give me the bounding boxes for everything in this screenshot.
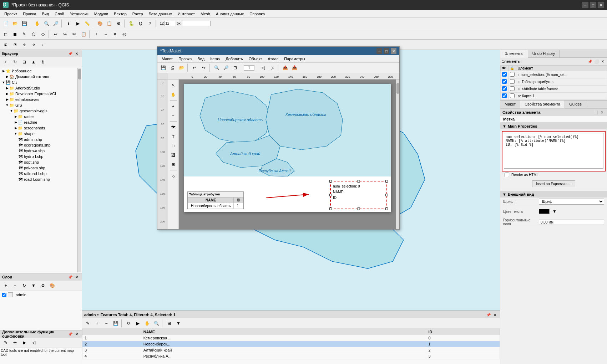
layers-settings-btn[interactable]: ⚙	[39, 281, 47, 290]
col-name[interactable]: NAME	[141, 329, 426, 335]
dialog-undo-btn[interactable]: ↩	[190, 63, 199, 72]
vtool-add-rect-btn[interactable]: □	[169, 142, 178, 150]
tb2-btn12[interactable]: ✕	[111, 30, 119, 39]
zoom-out-btn[interactable]: 🔎	[51, 19, 60, 28]
tree-item-readme[interactable]: ▶ 📄 readme	[1, 119, 77, 125]
layer-style-btn[interactable]: 🎨	[96, 19, 104, 28]
main-props-textarea[interactable]: num_selection: [% num_selected()%] NAME:…	[504, 133, 603, 169]
attr-filter-btn[interactable]: ▼	[174, 319, 183, 328]
dialog-zoom-in-btn[interactable]: 🔍	[212, 63, 221, 72]
attr-table-btn[interactable]: 📋	[105, 19, 113, 28]
visible-cell[interactable]	[501, 71, 509, 78]
attr-select-btn[interactable]: ▶	[133, 319, 142, 328]
vtool-add-map-btn[interactable]: 🗺	[169, 123, 178, 132]
dialog-zoom-out-btn[interactable]: 🔎	[222, 63, 230, 72]
menu-vector[interactable]: Вектор	[111, 11, 130, 17]
insert-expression-button[interactable]: Insert an Expression...	[532, 180, 576, 187]
tree-item-admin[interactable]: 🗺 admin.shp	[1, 137, 77, 142]
tree-item-geosample[interactable]: ▼ 📁 geosample-qgis	[1, 108, 77, 114]
layers-filter-btn[interactable]: ▼	[29, 281, 38, 290]
tb3-btn3[interactable]: ⬖	[20, 40, 29, 49]
dialog-nav-prev-btn[interactable]: ◁	[259, 63, 267, 72]
label-box-selected[interactable]: num_selection: 0 NAME: ID:	[330, 181, 387, 209]
paper-canvas[interactable]: Новосибирская область Кемеровская област…	[179, 80, 396, 229]
dialog-import-btn[interactable]: 📥	[290, 63, 299, 72]
attr-pin-btn[interactable]: 📌	[486, 312, 491, 318]
menu-layer[interactable]: Слой	[52, 11, 67, 17]
col-id[interactable]: ID	[426, 329, 500, 335]
tree-item-raster[interactable]: ▶ 📁 raster	[1, 114, 77, 119]
tb2-btn9[interactable]: 📋	[79, 30, 88, 39]
list-item[interactable]: ⊞ Таблица атрибутов	[501, 78, 607, 86]
text-color-dropdown-btn[interactable]: ▼	[550, 207, 559, 216]
tree-item-hydro-a[interactable]: 🗺 hydro-a.shp	[1, 148, 77, 154]
tb3-btn4[interactable]: ⬗	[29, 40, 38, 49]
tb2-btn10[interactable]: +	[92, 30, 101, 39]
dialog-menu-params[interactable]: Параметры	[282, 56, 307, 62]
dialog-minimize-btn[interactable]: ─	[376, 48, 382, 54]
tree-item-hydro-l[interactable]: 🗺 hydro-l.shp	[1, 154, 77, 159]
tree-item-android[interactable]: ▶ 📁 AndroidStudio	[1, 85, 77, 91]
tb2-btn1[interactable]: ◻	[1, 30, 10, 39]
attr-add-btn[interactable]: +	[93, 319, 101, 328]
attr-del-btn[interactable]: −	[102, 319, 111, 328]
attr-refresh-btn[interactable]: ↻	[124, 319, 133, 328]
attr-pencil-btn[interactable]: ✎	[84, 319, 92, 328]
handle-ml[interactable]	[329, 194, 332, 196]
attr-pan-btn[interactable]: ✋	[143, 319, 151, 328]
layers-close-btn[interactable]: ✕	[74, 274, 80, 280]
menu-plugins[interactable]: Модули	[91, 11, 111, 17]
handle-br[interactable]	[385, 207, 388, 210]
menu-edit[interactable]: Правка	[20, 11, 39, 17]
elements-expand-btn[interactable]: ⬜	[593, 58, 599, 64]
tab-elements[interactable]: Элементы	[500, 50, 528, 58]
table-row[interactable]: 3 Алтайский край 2	[82, 347, 500, 353]
visible-cell[interactable]	[501, 93, 509, 100]
tb3-btn1[interactable]: ⬕	[1, 40, 10, 49]
tree-item-road[interactable]: 🗺 road-l.osm.shp	[1, 176, 77, 182]
font-size-input[interactable]	[165, 21, 175, 26]
browser-collapse-btn[interactable]: ⊟	[20, 58, 29, 66]
visible-cell[interactable]	[501, 78, 509, 86]
tree-item-shape[interactable]: ▼ 📁 shape	[1, 131, 77, 137]
elements-pin-btn[interactable]: 📌	[587, 58, 593, 64]
list-item[interactable]: 🗺 Карта 1	[501, 93, 607, 100]
browser-scrollbar[interactable]	[77, 68, 81, 272]
dialog-nav-next-btn[interactable]: ▷	[268, 63, 277, 72]
menu-help[interactable]: Справка	[247, 11, 268, 17]
vtool-pan-btn[interactable]: ✋	[169, 90, 178, 99]
tb2-btn4[interactable]: ⬡	[29, 30, 38, 39]
processing-btn[interactable]: ⚙	[114, 19, 123, 28]
dialog-menu-add[interactable]: Добавить	[223, 56, 245, 62]
browser-refresh-btn[interactable]: ↻	[11, 58, 19, 66]
menu-database[interactable]: База данных	[146, 11, 175, 17]
tree-item-ecoregions[interactable]: 🗺 ecoregions.shp	[1, 142, 77, 148]
list-item[interactable]: T num_selection: [% num_sel...	[501, 71, 607, 78]
attr-zoom-btn[interactable]: 🔍	[152, 319, 161, 328]
dialog-menu-atlas[interactable]: Атлас	[265, 56, 280, 62]
digitizing-pin-btn[interactable]: 📌	[67, 331, 73, 337]
tab-undo-history[interactable]: Undo History	[528, 50, 560, 57]
attr-col-btn[interactable]: ⊞	[165, 319, 173, 328]
dialog-maximize-btn[interactable]: □	[384, 48, 389, 54]
menu-view[interactable]: Вид	[39, 11, 52, 17]
props-close-btn[interactable]: ✕	[599, 109, 605, 115]
identify-btn[interactable]: ℹ	[64, 19, 73, 28]
tb2-btn7[interactable]: ↪	[61, 30, 69, 39]
menu-analysis[interactable]: Анализ данных	[213, 11, 247, 17]
font-select[interactable]: Шрифт	[539, 199, 604, 205]
new-btn[interactable]: 📄	[1, 19, 10, 28]
tree-item-c[interactable]: ▼ 💾 C:\	[1, 80, 77, 85]
tb3-btn2[interactable]: ⬔	[11, 40, 19, 49]
main-props-section-header[interactable]: ▼ Main Properties	[500, 123, 607, 129]
maximize-btn[interactable]: □	[590, 2, 596, 8]
attr-table-scroll[interactable]: NAME ID 1 Кемеровская ... 0 2 Новосибирс…	[82, 329, 500, 359]
pan-btn[interactable]: ✋	[33, 19, 41, 28]
tab-layout[interactable]: Макет	[500, 101, 520, 108]
minimize-btn[interactable]: ─	[582, 2, 588, 8]
menu-internet[interactable]: Интернет	[175, 11, 198, 17]
visible-cell[interactable]	[501, 86, 509, 93]
vtool-node-btn[interactable]: ◇	[169, 172, 178, 180]
dialog-save-btn[interactable]: 💾	[159, 63, 167, 72]
vtool-select-btn[interactable]: ↖	[169, 81, 178, 89]
